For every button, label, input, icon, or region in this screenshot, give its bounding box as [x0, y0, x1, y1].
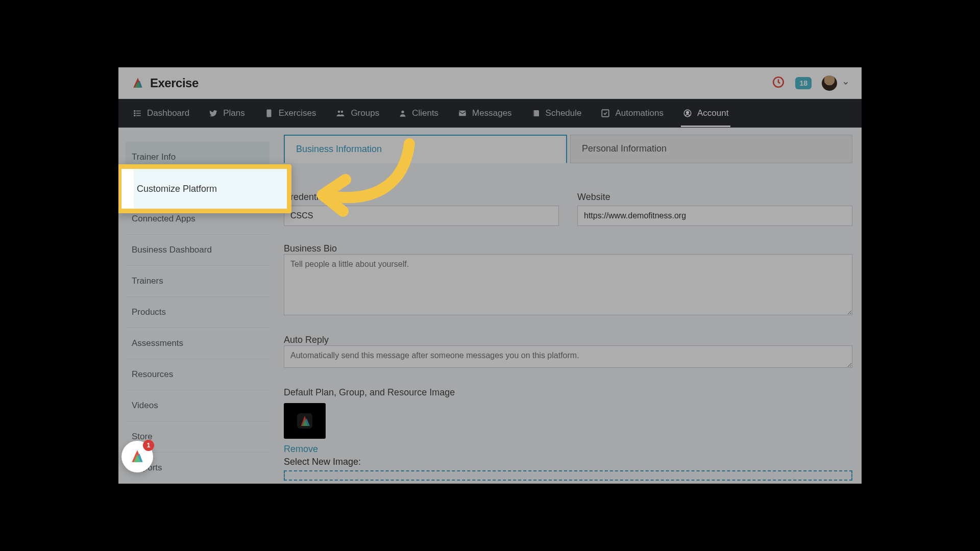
- mail-icon: [458, 109, 467, 118]
- svg-rect-4: [136, 111, 141, 112]
- tabs: Business Information Personal Informatio…: [284, 135, 852, 163]
- nav-label: Account: [697, 108, 728, 118]
- sidebar-item-business-dashboard[interactable]: Business Dashboard: [126, 235, 270, 266]
- notification-badge[interactable]: 18: [795, 77, 812, 89]
- nav-label: Messages: [472, 108, 511, 118]
- nav-label: Dashboard: [147, 108, 189, 118]
- bio-textarea[interactable]: [284, 254, 852, 315]
- check-square-icon: [601, 109, 610, 118]
- navbar: Dashboard Plans Exercises Groups Clients…: [118, 99, 862, 128]
- svg-point-8: [338, 111, 340, 113]
- sidebar-item-label: Business Dashboard: [132, 245, 212, 255]
- tab-personal-information[interactable]: Personal Information: [570, 135, 852, 163]
- svg-rect-6: [136, 115, 141, 116]
- sidebar-item-label: Assessments: [132, 338, 183, 348]
- brand-logo-icon: [295, 411, 315, 431]
- default-image-label: Default Plan, Group, and Resource Image: [284, 387, 852, 398]
- nav-account[interactable]: Account: [681, 99, 730, 127]
- main-content: Business Information Personal Informatio…: [277, 128, 862, 484]
- topbar-right: 18: [772, 76, 849, 91]
- image-dropzone[interactable]: [284, 470, 852, 481]
- nav-messages[interactable]: Messages: [456, 104, 513, 122]
- select-new-image-label: Select New Image:: [284, 457, 852, 467]
- avatar: [822, 76, 837, 91]
- book-icon: [531, 109, 541, 118]
- sidebar-item-products[interactable]: Products: [126, 297, 270, 328]
- sidebar-item-label: Trainer Info: [132, 152, 176, 162]
- phone-icon: [264, 109, 274, 118]
- svg-rect-12: [533, 110, 534, 116]
- sidebar-item-resources[interactable]: Resources: [126, 359, 270, 390]
- app-root: Exercise 18 Dashboard: [118, 67, 862, 484]
- tab-label: Business Information: [296, 144, 382, 154]
- user-menu[interactable]: [822, 76, 849, 91]
- list-icon: [133, 109, 142, 118]
- brand-logo-icon: [129, 448, 146, 465]
- help-badge: 1: [143, 440, 154, 451]
- nav-dashboard[interactable]: Dashboard: [131, 104, 191, 122]
- credentials-input[interactable]: [284, 206, 559, 226]
- website-input[interactable]: [577, 206, 852, 226]
- remove-image-link[interactable]: Remove: [284, 444, 852, 455]
- svg-rect-7: [266, 110, 271, 117]
- topbar: Exercise 18: [118, 67, 862, 99]
- nav-label: Automations: [615, 108, 664, 118]
- sidebar-item-assessments[interactable]: Assessments: [126, 328, 270, 359]
- autoreply-textarea[interactable]: [284, 345, 852, 368]
- brand[interactable]: Exercise: [131, 76, 199, 90]
- tab-label: Personal Information: [582, 143, 667, 154]
- nav-clients[interactable]: Clients: [397, 104, 440, 122]
- sidebar-item-label: Resources: [132, 369, 173, 379]
- bio-label: Business Bio: [284, 243, 337, 254]
- sidebar-item-label: Products: [132, 307, 166, 317]
- svg-rect-11: [459, 111, 466, 116]
- default-image-thumb: [284, 403, 326, 439]
- clock-icon[interactable]: [772, 76, 785, 91]
- svg-point-15: [687, 111, 689, 114]
- bird-icon: [209, 109, 218, 118]
- nav-label: Exercises: [279, 108, 316, 118]
- help-bubble[interactable]: 1: [121, 441, 153, 472]
- website-label: Website: [577, 192, 852, 203]
- svg-rect-1: [134, 110, 135, 112]
- nav-automations[interactable]: Automations: [599, 104, 666, 122]
- nav-groups[interactable]: Groups: [333, 104, 381, 122]
- sidebar-item-label: Videos: [132, 400, 158, 410]
- svg-rect-2: [134, 113, 135, 114]
- svg-point-9: [341, 111, 344, 113]
- svg-rect-3: [134, 115, 135, 116]
- sidebar-item-label: Connected Apps: [132, 214, 195, 223]
- user-circle-icon: [683, 109, 692, 118]
- nav-label: Groups: [351, 108, 379, 118]
- brand-logo-icon: [131, 76, 145, 90]
- nav-schedule[interactable]: Schedule: [529, 104, 584, 122]
- user-icon: [399, 109, 407, 118]
- group-icon: [335, 109, 346, 118]
- nav-label: Schedule: [546, 108, 582, 118]
- nav-label: Plans: [223, 108, 245, 118]
- highlight-customize-platform: Customize Platform: [118, 164, 291, 213]
- nav-exercises[interactable]: Exercises: [262, 104, 318, 122]
- svg-point-10: [401, 111, 404, 113]
- highlight-label: Customize Platform: [137, 184, 217, 194]
- nav-label: Clients: [412, 108, 438, 118]
- nav-plans[interactable]: Plans: [207, 104, 247, 122]
- brand-name: Exercise: [150, 76, 199, 90]
- sidebar-item-label: Trainers: [132, 276, 163, 286]
- tab-business-information[interactable]: Business Information: [284, 135, 567, 163]
- autoreply-label: Auto Reply: [284, 335, 329, 345]
- credentials-label: Credentials: [284, 192, 559, 203]
- chevron-down-icon: [842, 80, 849, 87]
- sidebar-item-trainers[interactable]: Trainers: [126, 266, 270, 297]
- svg-rect-5: [136, 113, 141, 114]
- sidebar-item-videos[interactable]: Videos: [126, 390, 270, 421]
